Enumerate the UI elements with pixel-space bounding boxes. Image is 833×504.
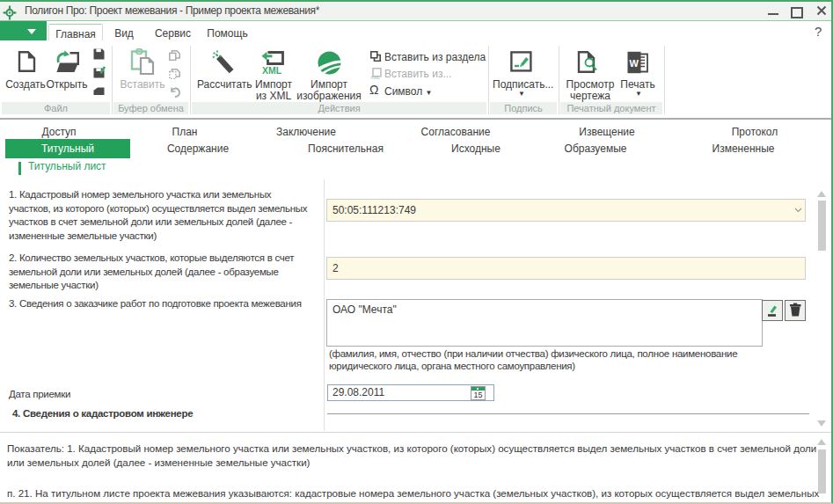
svg-text:XML: XML bbox=[370, 75, 380, 80]
svg-text:W: W bbox=[630, 58, 639, 69]
svg-text:XML: XML bbox=[262, 65, 282, 75]
